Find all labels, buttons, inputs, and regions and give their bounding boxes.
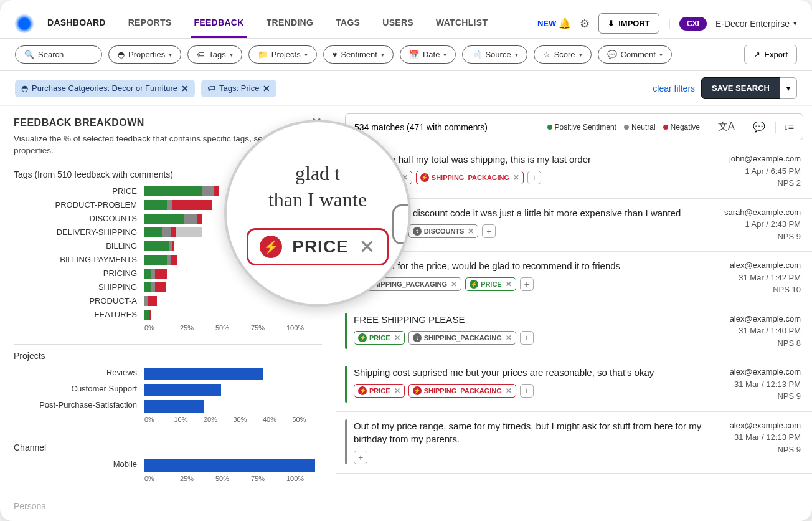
sort-icon[interactable]: ↓≡: [775, 122, 794, 133]
tag-shipping_packaging[interactable]: ⚡SHIPPING_PACKAGING✕: [408, 384, 516, 398]
feedback-item[interactable]: Out of my price range, same for my firne…: [336, 412, 812, 474]
tag-discounts[interactable]: tDISCOUNTS✕: [408, 224, 479, 238]
close-icon[interactable]: ✕: [506, 280, 512, 289]
nav-tabs: DASHBOARD REPORTS FEEDBACK TRENDING TAGS…: [45, 9, 532, 38]
pie-icon: ◓: [118, 50, 125, 59]
feedback-item[interactable]: If it wasn't for the price, would be gla…: [336, 252, 812, 305]
active-filters: ◓Purchase Catgeories: Decor or Furniture…: [0, 71, 812, 106]
add-tag-button[interactable]: +: [520, 331, 534, 345]
close-icon[interactable]: ✕: [181, 84, 189, 93]
filter-chip-tags[interactable]: 🏷Tags: Price✕: [201, 80, 276, 97]
bar-track: [144, 310, 322, 320]
tab-reports[interactable]: REPORTS: [126, 9, 174, 38]
chevron-down-icon: ▾: [381, 51, 384, 58]
filter-date[interactable]: 📅Date▾: [400, 45, 456, 64]
tags-axis: 0%25%50%75%100%: [144, 324, 322, 332]
filter-tags[interactable]: 🏷Tags▾: [187, 45, 242, 64]
chevron-down-icon: ▾: [579, 51, 582, 58]
tab-feedback[interactable]: FEEDBACK: [191, 9, 246, 38]
heart-icon: ♥: [333, 50, 338, 59]
feedback-text: FREE SHIPPING PLEASE: [354, 313, 724, 326]
close-icon[interactable]: ✕: [513, 173, 519, 182]
tag-row: tSHIPPING_PACKAGING✕⚡PRICE✕+: [354, 277, 724, 291]
panel-title: FEEDBACK BREAKDOWN: [14, 117, 322, 128]
search-input[interactable]: 🔍Search: [15, 45, 102, 64]
comment-icon[interactable]: 💬: [745, 121, 765, 133]
close-icon[interactable]: ✕: [394, 333, 400, 342]
bar-label: PRODUCT-A: [14, 296, 144, 305]
tag-row: ⚡PRICE✕tSHIPPING_PACKAGING✕+: [354, 331, 724, 345]
add-tag-button[interactable]: +: [354, 451, 367, 464]
tab-users[interactable]: USERS: [380, 9, 416, 38]
filter-projects[interactable]: 📁Projects▾: [248, 45, 317, 64]
tag-icon: 🏷: [207, 84, 215, 93]
bar-label: SHIPPING: [14, 282, 144, 292]
add-tag-button[interactable]: +: [520, 277, 534, 291]
feedback-meta: sarah@example.com1 Apr / 2:43 PMNPS 9: [724, 206, 801, 243]
new-badge[interactable]: NEW🔔: [537, 17, 571, 29]
magnifier-overlay: glad t than I wante ⚡ PRICE ✕: [224, 120, 411, 307]
match-summary-bar: 534 matches (471 with comments) Positive…: [345, 113, 803, 140]
mag-text-1: glad t: [295, 161, 340, 187]
legend-neutral: Neutral: [624, 123, 656, 131]
import-button[interactable]: ⬇IMPORT: [598, 13, 659, 34]
close-icon[interactable]: ✕: [506, 386, 512, 395]
close-icon[interactable]: ✕: [506, 333, 512, 342]
gear-icon[interactable]: ⚙: [580, 17, 590, 31]
tab-dashboard[interactable]: DASHBOARD: [45, 9, 108, 38]
close-icon[interactable]: ✕: [394, 386, 400, 395]
tab-trending[interactable]: TRENDING: [264, 9, 316, 38]
close-icon[interactable]: ✕: [451, 280, 457, 289]
tag-row: ⚡PRICE✕⚡SHIPPING_PACKAGING✕+: [354, 384, 724, 398]
chevron-down-icon: ▾: [230, 51, 233, 58]
close-icon[interactable]: ✕: [263, 84, 270, 93]
tag-price[interactable]: ⚡PRICE✕: [465, 277, 516, 291]
comment-icon: 💬: [607, 50, 617, 59]
tag-price[interactable]: ⚡PRICE✕: [354, 384, 405, 398]
filter-source[interactable]: 📄Source▾: [462, 45, 527, 64]
feedback-item[interactable]: Shipping cost suprised me but your price…: [336, 358, 812, 412]
tab-watchlist[interactable]: WATCHLIST: [433, 9, 490, 38]
tag-icon: 🏷: [197, 50, 205, 59]
filter-comment[interactable]: 💬Comment▾: [598, 45, 672, 64]
tag-price[interactable]: ⚡PRICE✕: [354, 331, 405, 345]
add-tag-button[interactable]: +: [527, 171, 541, 184]
tag-icon: t: [413, 227, 422, 236]
filter-score[interactable]: ☆Score▾: [534, 45, 592, 64]
sentiment-bar: [345, 366, 347, 403]
logo-icon: [15, 14, 34, 33]
filter-chip-purchase[interactable]: ◓Purchase Catgeories: Decor or Furniture…: [15, 80, 195, 97]
pie-icon: ◓: [21, 84, 28, 93]
tag-shipping_packaging[interactable]: ⚡SHIPPING_PACKAGING✕: [416, 171, 524, 184]
filter-properties[interactable]: ◓Properties▾: [108, 45, 181, 64]
star-icon: ☆: [543, 50, 550, 59]
main-content: FEEDBACK BREAKDOWN ✕ Visualize the % of …: [0, 106, 812, 521]
mag-tag-price: ⚡ PRICE ✕: [247, 228, 389, 265]
add-tag-button[interactable]: +: [520, 384, 534, 398]
projects-subtitle: Projects: [14, 344, 322, 361]
channel-subtitle: Channel: [14, 436, 322, 452]
feedback-item[interactable]: FREE SHIPPING PLEASE⚡PRICE✕tSHIPPING_PAC…: [336, 305, 812, 359]
tag-shipping_packaging[interactable]: tSHIPPING_PACKAGING✕: [408, 331, 516, 345]
clear-filters[interactable]: clear filters: [653, 84, 695, 93]
feedback-meta: alex@example.com31 Mar / 12:13 PMNPS 9: [730, 419, 801, 464]
tag-icon: ⚡: [420, 173, 429, 182]
chevron-down-icon: ▾: [304, 51, 308, 58]
feedback-text: Out of my price range, same for my firne…: [354, 419, 724, 446]
filter-sentiment[interactable]: ♥Sentiment▾: [323, 45, 394, 64]
match-count: 534 matches (471 with comments): [354, 122, 540, 132]
save-search-button[interactable]: SAVE SEARCH: [701, 77, 780, 99]
search-icon: 🔍: [24, 50, 34, 59]
org-selector[interactable]: E-Decor Enterpirse▾: [715, 19, 797, 29]
channel-chart: Mobile: [14, 457, 322, 471]
add-tag-button[interactable]: +: [482, 224, 496, 238]
tab-tags[interactable]: TAGS: [333, 9, 362, 38]
sentiment-bar: [345, 419, 347, 464]
feedback-text: Shipping cost suprised me but your price…: [354, 366, 724, 379]
bar-label: DISCOUNTS: [14, 214, 144, 223]
save-search-dropdown[interactable]: ▾: [780, 77, 797, 99]
close-icon[interactable]: ✕: [468, 227, 474, 236]
feedback-meta: alex@example.com31 Mar / 1:40 PMNPS 8: [730, 313, 801, 350]
translate-icon[interactable]: 文A: [710, 120, 735, 133]
export-button[interactable]: ↗Export: [744, 45, 797, 64]
